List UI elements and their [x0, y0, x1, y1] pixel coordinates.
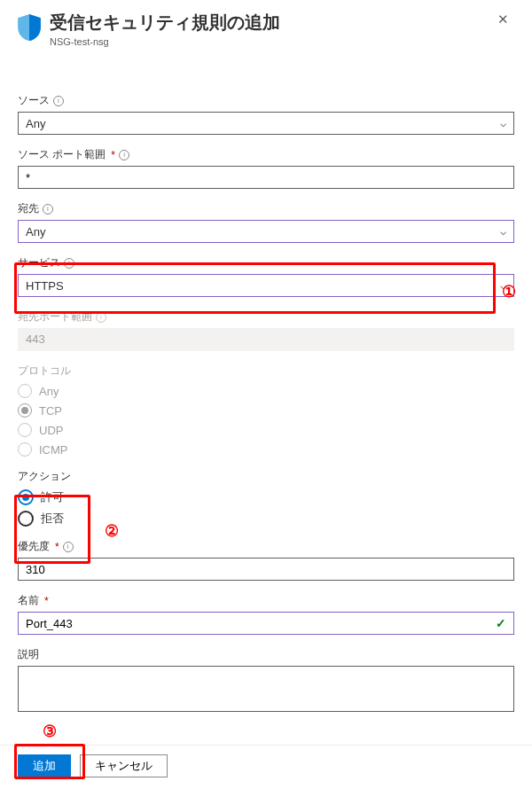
protocol-icmp-radio: ICMP [18, 442, 514, 457]
panel-footer: 追加 キャンセル [0, 745, 532, 786]
info-icon: i [96, 312, 106, 323]
info-icon[interactable]: i [63, 542, 74, 552]
priority-label: 優先度 [18, 539, 50, 554]
source-port-label: ソース ポート範囲 [18, 147, 106, 162]
info-icon[interactable]: i [64, 258, 74, 269]
dest-port-label: 宛先ポート範囲 [18, 309, 92, 324]
protocol-any-radio: Any [18, 384, 514, 398]
service-select[interactable]: HTTPS ⌵ [18, 274, 514, 297]
description-input[interactable] [18, 666, 514, 712]
add-button[interactable]: 追加 [18, 754, 71, 777]
priority-input[interactable] [18, 558, 514, 581]
protocol-radio-group: Any TCP UDP ICMP [18, 384, 514, 457]
panel-subtitle: NSG-test-nsg [50, 36, 483, 47]
chevron-down-icon: ⌵ [500, 117, 506, 129]
panel-header: 受信セキュリティ規則の追加 NSG-test-nsg ✕ [18, 11, 514, 47]
action-radio-group: 許可 拒否 [18, 489, 514, 527]
service-label: サービス [18, 255, 60, 270]
shield-icon [18, 14, 41, 41]
required-mark: * [44, 595, 49, 607]
name-label: 名前 [18, 593, 39, 608]
info-icon[interactable]: i [119, 150, 129, 160]
protocol-udp-radio: UDP [18, 423, 514, 437]
source-port-input[interactable] [18, 166, 514, 189]
dest-port-input: 443 [18, 328, 514, 351]
description-label: 説明 [18, 647, 39, 662]
chevron-down-icon: ⌵ [500, 225, 506, 238]
destination-select[interactable]: Any ⌵ [18, 220, 514, 243]
info-icon[interactable]: i [43, 204, 53, 215]
close-button[interactable]: ✕ [492, 11, 514, 27]
source-label: ソース [18, 93, 50, 108]
panel-title: 受信セキュリティ規則の追加 [50, 11, 483, 35]
required-mark: * [55, 541, 59, 553]
action-allow-radio[interactable]: 許可 [18, 489, 514, 505]
cancel-button[interactable]: キャンセル [80, 754, 168, 777]
protocol-tcp-radio: TCP [18, 403, 514, 418]
name-input[interactable]: ✓ [18, 612, 514, 635]
required-mark: * [111, 149, 115, 161]
protocol-label: プロトコル [18, 363, 71, 379]
chevron-down-icon: ⌵ [500, 279, 506, 292]
info-icon[interactable]: i [53, 96, 64, 106]
source-select[interactable]: Any ⌵ [18, 112, 514, 135]
action-deny-radio[interactable]: 拒否 [18, 511, 514, 527]
destination-label: 宛先 [18, 201, 39, 216]
action-label: アクション [18, 469, 71, 484]
valid-check-icon: ✓ [496, 616, 506, 630]
